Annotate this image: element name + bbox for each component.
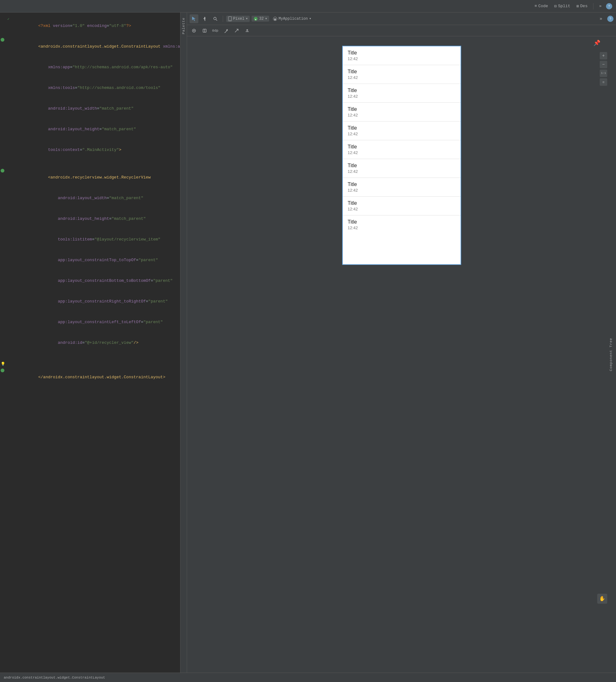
line-content-12: tools:listitem="@layout/recyclerview_ite… [13, 229, 180, 250]
api-chevron: ▾ [265, 16, 267, 21]
help-icon: ? [610, 17, 612, 21]
component-tree-container: Component Tree [609, 338, 616, 371]
code-line-4: xmlns:tools="http://schemas.android.com/… [0, 78, 180, 98]
svg-line-13 [235, 29, 238, 32]
item-title: Title [348, 219, 456, 225]
code-editor[interactable]: ✓ <?xml version="1.0" encoding="utf-8"?>… [0, 13, 180, 673]
more-label: » [599, 4, 601, 8]
design-panel: Pixel ▾ ▲ 32 ▾ M MyApplication ▾ » ? [187, 13, 616, 673]
line-content-3: xmlns:app="http://schemas.android.com/ap… [13, 57, 180, 78]
list-item: Title 12:42 [343, 140, 461, 159]
info-button[interactable]: ? [606, 3, 612, 9]
code-label: Code [538, 4, 548, 8]
list-item: Title 12:42 [343, 84, 461, 103]
line-content-11: android:layout_height="match_parent" [13, 208, 180, 229]
device-chevron: ▾ [246, 16, 248, 21]
pin-icon: 📌 [593, 40, 600, 46]
code-line-20: </androidx.constraintlayout.widget.Const… [0, 367, 180, 388]
transform-button[interactable] [232, 26, 241, 35]
svg-line-2 [216, 19, 217, 21]
zoom-plus-button[interactable]: + [600, 52, 607, 60]
svg-point-10 [193, 30, 195, 31]
view-button[interactable] [190, 26, 198, 35]
item-title: Title [348, 88, 456, 93]
code-line-19: 💡 [0, 360, 180, 367]
toolbar-sep-1 [223, 16, 223, 22]
list-item: Title 12:42 [343, 103, 461, 121]
code-panel: ✓ <?xml version="1.0" encoding="utf-8"?>… [0, 13, 180, 673]
recycler-list: Title 12:42 Title 12:42 Title 12:42 Titl… [343, 46, 461, 234]
item-subtitle: 12:42 [348, 113, 456, 117]
help-button[interactable]: ? [607, 16, 614, 22]
device-selector[interactable]: Pixel ▾ [226, 16, 250, 22]
pan-tool-button[interactable] [200, 15, 209, 23]
svg-text:M: M [274, 18, 276, 20]
zoom-icon-button[interactable]: ⊡ [600, 78, 607, 86]
line-content-8 [13, 160, 180, 167]
design-canvas[interactable]: 📌 Title 12:42 Title 12:42 Title 12:42 Ti… [187, 36, 616, 673]
hand-tool-button[interactable]: ✋ [597, 594, 607, 604]
wrench-button[interactable] [221, 26, 230, 35]
line-content-20: </androidx.constraintlayout.widget.Const… [13, 367, 180, 388]
item-subtitle: 12:42 [348, 207, 456, 211]
zoom-minus-button[interactable]: − [600, 61, 607, 68]
app-chevron: ▾ [309, 16, 311, 21]
code-line-8 [0, 160, 180, 167]
zoom-controls: + − 1:1 ⊡ [600, 52, 607, 86]
code-line-15: app:layout_constraintRight_toRightOf="pa… [0, 291, 180, 312]
code-line-9: <androidx.recyclerview.widget.RecyclerVi… [0, 167, 180, 188]
zoom-fit-button[interactable]: 1:1 [600, 69, 607, 77]
toolbar-right: ≡ Code ⊟ Split ⊞ Des » ? [533, 3, 612, 9]
app-selector[interactable]: M MyApplication ▾ [271, 16, 313, 22]
item-title: Title [348, 182, 456, 187]
constraint-button[interactable] [200, 26, 209, 35]
item-subtitle: 12:42 [348, 225, 456, 230]
code-line-18 [0, 353, 180, 360]
item-subtitle: 12:42 [348, 56, 456, 61]
list-item: Title 12:42 [343, 159, 461, 178]
baseline-button[interactable] [243, 26, 251, 35]
list-item: Title 12:42 [343, 121, 461, 140]
split-icon: ⊟ [554, 4, 557, 9]
design-toolbar: Pixel ▾ ▲ 32 ▾ M MyApplication ▾ » ? [187, 13, 616, 25]
list-item: Title 12:42 [343, 46, 461, 65]
code-line-17: android:id="@+id/recycler_view"/> [0, 333, 180, 353]
more-options-button[interactable]: » [597, 15, 606, 23]
split-button[interactable]: ⊟ Split [552, 3, 572, 9]
svg-point-1 [214, 17, 216, 20]
app-name: MyApplication [279, 17, 308, 21]
line-content-2: <androidx.constraintlayout.widget.Constr… [13, 36, 180, 57]
line-content-6: android:layout_height="match_parent" [13, 119, 180, 140]
line-content-16: app:layout_constraintLeft_toLeftOf="pare… [13, 312, 180, 333]
design-button[interactable]: ⊞ Des [575, 3, 589, 9]
design-toolbar2: 0dp [187, 25, 616, 36]
code-line-6: android:layout_height="match_parent" [0, 119, 180, 140]
code-line-10: android:layout_width="match_parent" [0, 188, 180, 208]
code-line-7: tools:context=".MainActivity"> [0, 140, 180, 160]
line-content-18 [13, 353, 180, 360]
main-area: ✓ <?xml version="1.0" encoding="utf-8"?>… [0, 13, 616, 673]
zoom-tool-button[interactable] [211, 15, 220, 23]
line-content-4: xmlns:tools="http://schemas.android.com/… [13, 78, 180, 98]
code-button[interactable]: ≡ Code [533, 3, 550, 9]
code-line-3: xmlns:app="http://schemas.android.com/ap… [0, 57, 180, 78]
code-line-2: <androidx.constraintlayout.widget.Constr… [0, 36, 180, 57]
item-subtitle: 12:42 [348, 150, 456, 155]
item-subtitle: 12:42 [348, 188, 456, 192]
code-line-16: app:layout_constraintLeft_toLeftOf="pare… [0, 312, 180, 333]
more-button[interactable]: » [597, 3, 603, 9]
palette-sidebar: Palette [180, 13, 187, 673]
api-selector[interactable]: ▲ 32 ▾ [251, 16, 269, 22]
toolbar-separator [593, 3, 593, 9]
code-line-14: app:layout_constraintBottom_toBottomOf="… [0, 271, 180, 291]
line-content-14: app:layout_constraintBottom_toBottomOf="… [13, 271, 180, 291]
top-toolbar: ≡ Code ⊟ Split ⊞ Des » ? [0, 0, 616, 13]
code-icon: ≡ [534, 4, 537, 8]
line-content-5: android:layout_width="match_parent" [13, 98, 180, 119]
dp-label-button[interactable]: 0dp [211, 26, 220, 35]
item-subtitle: 12:42 [348, 94, 456, 99]
design-label: Des [580, 4, 588, 8]
select-tool-button[interactable] [190, 15, 198, 23]
line-content-17: android:id="@+id/recycler_view"/> [13, 333, 180, 353]
split-label: Split [558, 4, 570, 8]
